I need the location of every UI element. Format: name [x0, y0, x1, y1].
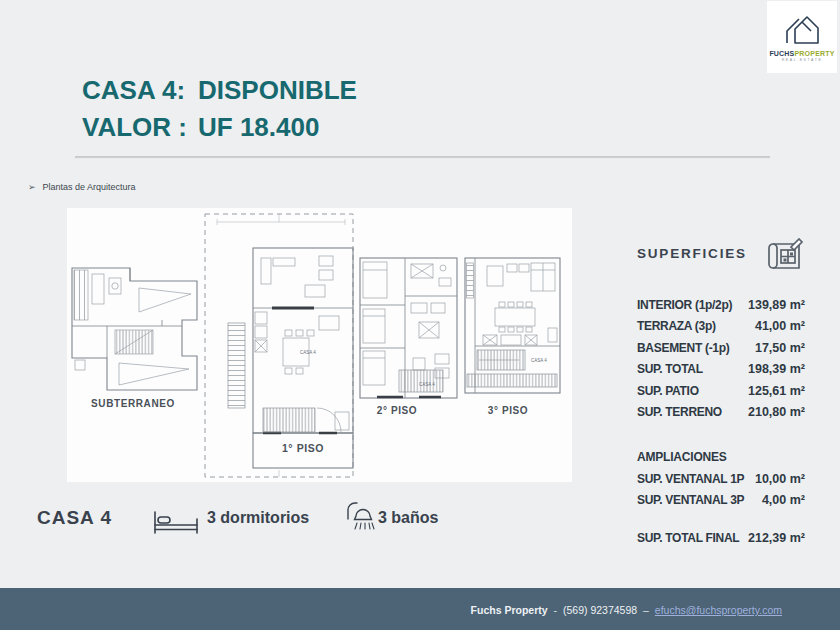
table-row: SUP. PATIO 125,61 m² [637, 384, 805, 405]
company-logo: FUCHSPROPERTY REAL ESTATE [767, 1, 837, 73]
footer-contact: Fuchs Property - (569) 92374598 – efuchs… [471, 604, 782, 616]
row-label: BASEMENT (-1p) [637, 341, 729, 355]
row-value: 17,50 m² [755, 341, 805, 355]
bedrooms-label: 3 dormitorios [207, 509, 309, 527]
logo-tagline: REAL ESTATE [782, 58, 823, 62]
title-divider [75, 156, 770, 157]
title-casa-label: CASA 4: [82, 72, 198, 109]
row-label: SUP. TERRENO [637, 405, 722, 419]
title-price: UF 18.400 [198, 109, 319, 146]
table-row: INTERIOR (1p/2p) 139,89 m² [637, 298, 805, 319]
footer-separator: – [643, 604, 649, 616]
table-row: SUP. VENTANAL 3P 4,00 m² [637, 493, 805, 514]
logo-wordmark: FUCHSPROPERTY [769, 50, 834, 57]
slide: FUCHSPROPERTY REAL ESTATE CASA 4: DISPON… [0, 0, 840, 630]
logo-word-property: PROPERTY [795, 50, 835, 57]
page-title: CASA 4: DISPONIBLE VALOR : UF 18.400 [82, 72, 357, 146]
plan-casa-tag-2: CASA 4 [419, 382, 435, 387]
row-value: 198,39 m² [748, 362, 805, 376]
table-row: SUP. TERRENO 210,80 m² [637, 405, 805, 426]
bed-icon [152, 508, 200, 540]
table-row: SUP. VENTANAL 1P 10,00 m² [637, 472, 805, 493]
row-label: INTERIOR (1p/2p) [637, 298, 732, 312]
table-row: BASEMENT (-1p) 17,50 m² [637, 341, 805, 362]
title-status: DISPONIBLE [198, 72, 357, 109]
row-value: 4,00 m² [762, 493, 805, 507]
row-label: TERRAZA (3p) [637, 319, 716, 333]
plan-casa-tag-3: CASA 4 [531, 358, 547, 363]
table-row: TERRAZA (3p) 41,00 m² [637, 319, 805, 340]
section-heading: ➢ Plantas de Arquitectura [28, 182, 136, 192]
shower-icon [344, 501, 376, 541]
superficies-title: SUPERFICIES [637, 246, 747, 261]
blueprint-icon [764, 238, 806, 278]
plan-label-subterraneo: SUBTERRANEO [91, 398, 175, 409]
bathrooms-label: 3 baños [378, 509, 438, 527]
ampliaciones-table: SUP. VENTANAL 1P 10,00 m² SUP. VENTANAL … [637, 472, 805, 515]
footer-bar: Fuchs Property - (569) 92374598 – efuchs… [0, 588, 840, 630]
section-heading-label: Plantas de Arquitectura [43, 182, 136, 192]
row-value: 210,80 m² [748, 405, 805, 419]
row-label: SUP. TOTAL [637, 362, 703, 376]
footer-separator: - [554, 604, 558, 616]
ampliaciones-title: AMPLIACIONES [637, 450, 727, 464]
floor-plans-image: CASA 4 [67, 208, 572, 482]
total-final-row: SUP. TOTAL FINAL 212,39 m² [637, 531, 805, 545]
footer-phone: (569) 92374598 [563, 604, 637, 616]
house-logo-icon [782, 13, 822, 49]
row-label: SUP. VENTANAL 1P [637, 472, 744, 486]
plan-label-piso3: 3° PISO [488, 405, 528, 416]
logo-word-fuchs: FUCHS [769, 50, 794, 57]
row-label: SUP. VENTANAL 3P [637, 493, 744, 507]
floor-plan-drawing: CASA 4 [67, 208, 572, 482]
plan-casa-tag-1: CASA 4 [300, 350, 316, 355]
summary-casa-label: CASA 4 [37, 507, 112, 529]
arrow-bullet-icon: ➢ [28, 182, 36, 192]
row-label: SUP. PATIO [637, 384, 699, 398]
superficies-table: INTERIOR (1p/2p) 139,89 m² TERRAZA (3p) … [637, 298, 805, 426]
plan-label-piso1: 1° PISO [282, 442, 324, 454]
row-value: 10,00 m² [755, 472, 805, 486]
row-value: 139,89 m² [748, 298, 805, 312]
title-valor-label: VALOR : [82, 109, 198, 146]
row-value: 212,39 m² [748, 531, 805, 545]
table-row: SUP. TOTAL 198,39 m² [637, 362, 805, 383]
row-label: SUP. TOTAL FINAL [637, 531, 739, 545]
row-value: 41,00 m² [755, 319, 805, 333]
row-value: 125,61 m² [748, 384, 805, 398]
footer-company: Fuchs Property [471, 604, 548, 616]
footer-email-link[interactable]: efuchs@fuchsproperty.com [655, 604, 782, 616]
plan-label-piso2: 2° PISO [377, 405, 417, 416]
